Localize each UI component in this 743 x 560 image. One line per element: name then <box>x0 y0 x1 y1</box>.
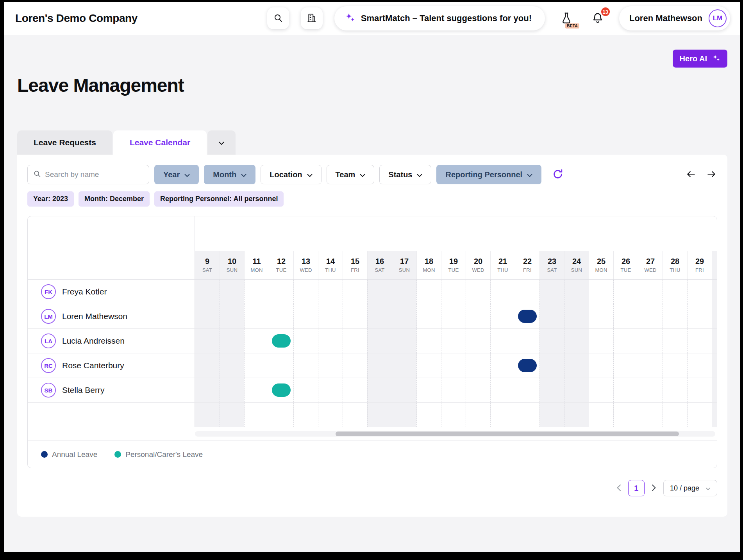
tab-leave-requests[interactable]: Leave Requests <box>17 130 113 155</box>
calendar-cell-LA-17[interactable] <box>392 329 416 353</box>
filter-team-dropdown[interactable]: Team <box>327 165 375 184</box>
calendar-cell-FK-25[interactable] <box>589 280 613 304</box>
calendar-cell-FK-19[interactable] <box>441 280 466 304</box>
calendar-cell-RC-25[interactable] <box>589 353 613 378</box>
notifications-button[interactable]: 13 <box>588 7 607 29</box>
calendar-cell-SB-20[interactable] <box>466 378 490 402</box>
calendar-cell-SB-11[interactable] <box>244 378 269 402</box>
calendar-cell-LA-28[interactable] <box>663 329 687 353</box>
calendar-cell-LA-20[interactable] <box>466 329 490 353</box>
leave-pill-personal[interactable] <box>272 334 291 348</box>
horizontal-scrollbar-thumb[interactable] <box>336 432 679 436</box>
calendar-cell-LA-12[interactable] <box>269 329 293 353</box>
calendar-cell-SB-21[interactable] <box>490 378 515 402</box>
calendar-cell-RC-29[interactable] <box>687 353 712 378</box>
calendar-cell-LM-28[interactable] <box>663 304 687 328</box>
smartmatch-button[interactable]: SmartMatch – Talent suggestions for you! <box>334 6 545 30</box>
calendar-cell-RC-12[interactable] <box>269 353 293 378</box>
calendar-cell-LA-21[interactable] <box>490 329 515 353</box>
calendar-cell-SB-23[interactable] <box>539 378 564 402</box>
calendar-cell-LA-19[interactable] <box>441 329 466 353</box>
calendar-cell-LM-16[interactable] <box>367 304 392 328</box>
filter-location-dropdown[interactable]: Location <box>261 165 321 184</box>
calendar-cell-RC-9[interactable] <box>195 353 220 378</box>
calendar-cell-LM-23[interactable] <box>539 304 564 328</box>
calendar-cell-LM-26[interactable] <box>613 304 638 328</box>
calendar-cell-LM-14[interactable] <box>318 304 343 328</box>
tab-more-dropdown[interactable] <box>207 130 236 155</box>
calendar-cell-FK-12[interactable] <box>269 280 293 304</box>
calendar-cell-FK-17[interactable] <box>392 280 416 304</box>
calendar-cell-FK-15[interactable] <box>343 280 367 304</box>
filter-year-dropdown[interactable]: Year <box>154 165 199 184</box>
calendar-cell-SB-12[interactable] <box>269 378 293 402</box>
calendar-cell-LM-20[interactable] <box>466 304 490 328</box>
leave-pill-personal[interactable] <box>272 383 291 397</box>
calendar-cell-SB-19[interactable] <box>441 378 466 402</box>
calendar-cell-RC-26[interactable] <box>613 353 638 378</box>
labs-beta-button[interactable]: BETA <box>557 7 576 29</box>
calendar-cell-FK-14[interactable] <box>318 280 343 304</box>
calendar-cell-SB-18[interactable] <box>416 378 441 402</box>
calendar-cell-LM-17[interactable] <box>392 304 416 328</box>
calendar-cell-SB-14[interactable] <box>318 378 343 402</box>
calendar-cell-LA-26[interactable] <box>613 329 638 353</box>
calendar-cell-FK-16[interactable] <box>367 280 392 304</box>
calendar-cell-SB-17[interactable] <box>392 378 416 402</box>
calendar-cell-LM-10[interactable] <box>220 304 244 328</box>
calendar-cell-SB-28[interactable] <box>663 378 687 402</box>
calendar-cell-LA-14[interactable] <box>318 329 343 353</box>
calendar-cell-FK-9[interactable] <box>195 280 220 304</box>
calendar-cell-FK-26[interactable] <box>613 280 638 304</box>
calendar-cell-LM-22[interactable] <box>515 304 539 328</box>
calendar-cell-RC-18[interactable] <box>416 353 441 378</box>
calendar-cell-LM-29[interactable] <box>687 304 712 328</box>
calendar-cell-LM-19[interactable] <box>441 304 466 328</box>
calendar-cell-LM-13[interactable] <box>293 304 318 328</box>
calendar-cell-SB-15[interactable] <box>343 378 367 402</box>
calendar-cell-LM-25[interactable] <box>589 304 613 328</box>
calendar-cell-FK-24[interactable] <box>564 280 589 304</box>
calendar-cell-SB-13[interactable] <box>293 378 318 402</box>
next-page-button[interactable] <box>652 484 656 492</box>
calendar-cell-RC-23[interactable] <box>539 353 564 378</box>
user-menu[interactable]: Loren Mathewson LM <box>619 6 730 30</box>
search-button[interactable] <box>267 7 289 29</box>
filter-month-dropdown[interactable]: Month <box>204 165 255 184</box>
calendar-cell-RC-19[interactable] <box>441 353 466 378</box>
calendar-cell-RC-28[interactable] <box>663 353 687 378</box>
calendar-cell-FK-23[interactable] <box>539 280 564 304</box>
calendar-cell-FK-13[interactable] <box>293 280 318 304</box>
calendar-cell-SB-22[interactable] <box>515 378 539 402</box>
calendar-cell-LA-13[interactable] <box>293 329 318 353</box>
calendar-cell-LA-16[interactable] <box>367 329 392 353</box>
calendar-cell-SB-9[interactable] <box>195 378 220 402</box>
calendar-cell-RC-20[interactable] <box>466 353 490 378</box>
calendar-cell-FK-21[interactable] <box>490 280 515 304</box>
calendar-cell-RC-27[interactable] <box>638 353 663 378</box>
calendar-cell-FK-28[interactable] <box>663 280 687 304</box>
calendar-cell-LA-22[interactable] <box>515 329 539 353</box>
page-size-select[interactable]: 10 / page <box>663 480 717 496</box>
calendar-cell-LM-24[interactable] <box>564 304 589 328</box>
calendar-cell-FK-11[interactable] <box>244 280 269 304</box>
calendar-cell-LA-18[interactable] <box>416 329 441 353</box>
refresh-button[interactable] <box>552 168 564 181</box>
next-period-button[interactable] <box>705 169 717 180</box>
calendar-cell-RC-21[interactable] <box>490 353 515 378</box>
calendar-cell-LA-25[interactable] <box>589 329 613 353</box>
hero-ai-button[interactable]: Hero AI <box>673 50 727 68</box>
filter-status-dropdown[interactable]: Status <box>379 165 431 184</box>
calendar-cell-LM-12[interactable] <box>269 304 293 328</box>
calendar-cell-SB-16[interactable] <box>367 378 392 402</box>
calendar-cell-SB-25[interactable] <box>589 378 613 402</box>
search-input[interactable] <box>45 170 143 179</box>
calendar-cell-RC-15[interactable] <box>343 353 367 378</box>
calendar-cell-RC-17[interactable] <box>392 353 416 378</box>
calendar-cell-FK-27[interactable] <box>638 280 663 304</box>
calendar-cell-RC-11[interactable] <box>244 353 269 378</box>
calendar-cell-LA-11[interactable] <box>244 329 269 353</box>
calendar-cell-LA-29[interactable] <box>687 329 712 353</box>
current-page[interactable]: 1 <box>628 480 645 496</box>
leave-pill-annual[interactable] <box>518 359 537 372</box>
